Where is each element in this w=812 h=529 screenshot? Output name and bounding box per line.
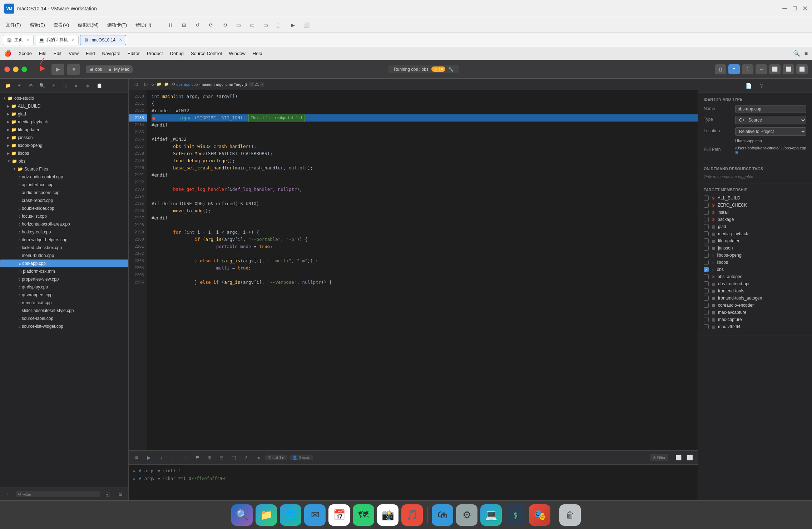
nav-file-qtwrappers[interactable]: c qt-wrappers.cpp (0, 291, 128, 299)
tab-computer-close[interactable]: ✕ (71, 38, 75, 42)
nav-symbol-btn[interactable]: ⊕ (26, 81, 36, 90)
canvas-btn[interactable]: ⬜ (769, 64, 781, 74)
menu-xc-find[interactable]: Find (86, 51, 95, 56)
nav-filter-btn1[interactable]: ◱ (103, 490, 113, 499)
bc-o[interactable]: o (152, 82, 154, 86)
nav-log-btn[interactable]: 📋 (94, 81, 104, 90)
nav-file-menubutton[interactable]: c menu-button.cpp (0, 252, 128, 259)
nav-item-libobs[interactable]: ▶ 📁 libobs (0, 149, 128, 157)
menu-file[interactable]: 文件(F) (6, 22, 21, 28)
nav-file-qtdisplay[interactable]: c qt-display.cpp (0, 283, 128, 291)
nav-file-lockedcheckbox[interactable]: c locked-checkbox.cpp (0, 244, 128, 252)
nav-item-glad[interactable]: ▶ 📁 glad (0, 110, 128, 118)
nav-file-doubleslider[interactable]: c double-slider.cpp (0, 204, 128, 212)
vm-icon2[interactable]: ↺ (191, 19, 204, 31)
nav-file-platformosx[interactable]: m platform-osx.mm (0, 267, 128, 275)
nav-search-btn[interactable]: 🔍 (37, 81, 47, 90)
tab-macos[interactable]: 🖥 macOS10.14 ✕ (80, 35, 126, 45)
check-obs[interactable]: ✓ (704, 267, 709, 272)
add-file-btn[interactable]: + (3, 490, 13, 499)
nav-test-btn[interactable]: ◇ (60, 81, 70, 90)
check-fileupdater[interactable] (704, 238, 709, 243)
check-libobs[interactable] (704, 260, 709, 265)
nav-item-libopengl[interactable]: ▶ 📁 libobs-opengl (0, 142, 128, 149)
nav-item-fileupdater[interactable]: ▶ 📁 file-updater (0, 126, 128, 134)
dock-settings[interactable]: ⚙ (456, 504, 477, 526)
location-select[interactable]: Relative to Project (735, 127, 806, 136)
debug-stepout-btn[interactable]: ↑ (180, 453, 190, 462)
stop-button[interactable]: ■ (67, 64, 80, 75)
menu-xcode[interactable]: Xcode (19, 51, 32, 56)
debug-share-btn[interactable]: ↗ (241, 453, 251, 462)
editors-btn[interactable]: ↔ (756, 64, 767, 74)
dock-safari[interactable]: 🌐 (280, 504, 301, 526)
check-coreaudioencoder[interactable] (704, 303, 709, 308)
code-editor[interactable]: 2180 2181 2182 2183 2184 2185 2186 2187 … (129, 90, 698, 450)
nav-file-advaudio[interactable]: c adv-audio-control.cpp (0, 173, 128, 181)
check-maccapture[interactable] (704, 317, 709, 322)
dock-appstore[interactable]: 🛍 (432, 504, 453, 526)
vm-icon8[interactable]: ⬚ (273, 19, 286, 31)
menu-view[interactable]: 查看(V) (54, 22, 69, 28)
check-macvth264[interactable] (704, 324, 709, 329)
name-input[interactable] (735, 105, 806, 113)
check-frontendtoolsautogen[interactable] (704, 296, 709, 301)
search-icon[interactable]: 🔍 (793, 50, 800, 57)
nav-item-sourcefiles[interactable]: ▼ 📂 Source Files (0, 165, 128, 173)
dock-maps[interactable]: 🗺 (353, 504, 374, 526)
bc-nav-left[interactable]: < (249, 82, 254, 87)
scheme-selector[interactable]: ⊞ obs › 🖥 My Mac (86, 65, 133, 73)
nav-item-allbuild[interactable]: ▶ 📁 ALL_BUILD (0, 102, 128, 110)
vm-icon10[interactable]: ⬜ (300, 19, 313, 31)
dock-vmware-app[interactable]: 🎭 (529, 504, 550, 526)
bc-nav-right[interactable]: › (260, 82, 264, 87)
menu-edit[interactable]: 编辑(E) (30, 22, 45, 28)
debug-console-btn[interactable]: ⬜ (685, 453, 695, 462)
nav-file-hotkeyedit[interactable]: c hotkey-edit.cpp (0, 228, 128, 236)
nav-root[interactable]: ▼ 📁 obs-studio (0, 94, 128, 102)
inspector-toggle-btn[interactable]: ⬜ (783, 64, 794, 74)
check-jansson[interactable] (704, 246, 709, 251)
vm-icon3[interactable]: ⟳ (205, 19, 218, 31)
debug-memory-btn[interactable]: ⊟ (217, 453, 227, 462)
debug-toggle-btn[interactable]: ⬜ (796, 64, 808, 74)
check-package[interactable] (704, 217, 709, 222)
check-obsautogen[interactable] (704, 274, 709, 279)
run-button[interactable]: ▶ (51, 64, 64, 75)
bc-func[interactable]: main(int argc, char *argv[]) (200, 82, 247, 86)
menu-xc-sourcecontrol[interactable]: Source Control (191, 51, 222, 56)
nav-file-hscroll[interactable]: c horizontal-scroll-area.cpp (0, 220, 128, 228)
menu-xc-edit[interactable]: Edit (54, 51, 61, 56)
nav-file-crashreport[interactable]: c crash-report.cpp (0, 197, 128, 204)
check-obsfrontendapi[interactable] (704, 281, 709, 286)
check-glad[interactable] (704, 224, 709, 229)
reveal-in-finder-icon[interactable]: ⊞ (735, 150, 738, 154)
menu-xc-debug[interactable]: Debug (170, 51, 184, 56)
inspector-help-tab[interactable]: ? (757, 81, 767, 90)
menu-xc-navigate[interactable]: Navigate (102, 51, 120, 56)
check-macavcapture[interactable] (704, 310, 709, 315)
nav-file-itemwidget[interactable]: c item-widget-helpers.cpp (0, 236, 128, 244)
vm-icon4[interactable]: ⟲ (218, 19, 231, 31)
debug-simulate-btn[interactable]: ⊞ (204, 453, 214, 462)
menu-xc-view[interactable]: View (69, 51, 79, 56)
nav-file-remotetext[interactable]: c remote-text.cpp (0, 299, 128, 307)
nav-item-media[interactable]: ▶ 📁 media-playback (0, 118, 128, 126)
nav-folder-btn[interactable]: 📁 (3, 81, 13, 90)
vm-icon6[interactable]: ▭ (246, 19, 258, 31)
vm-icon1[interactable]: ⊞ (178, 19, 190, 31)
nav-item-jansson[interactable]: ▶ 📁 jansson (0, 134, 128, 142)
check-mediaplayback[interactable] (704, 231, 709, 236)
dock-photos[interactable]: 📸 (377, 504, 398, 526)
jump-forward-btn[interactable]: ▷ (142, 80, 150, 88)
menu-xc-editor[interactable]: Editor (128, 51, 140, 56)
dock-xcode[interactable]: 💻 (480, 504, 502, 526)
menu-xc-help[interactable]: Help (253, 51, 262, 56)
vm-icon9[interactable]: ▶ (286, 19, 299, 31)
type-select[interactable]: C++ Source (735, 116, 806, 124)
dock-terminal[interactable]: $ (505, 504, 526, 526)
traffic-light-green[interactable] (21, 66, 27, 72)
traffic-light-yellow[interactable] (13, 66, 19, 72)
nav-source-btn[interactable]: ± (14, 81, 24, 90)
tab-home-close[interactable]: ✕ (26, 38, 30, 42)
